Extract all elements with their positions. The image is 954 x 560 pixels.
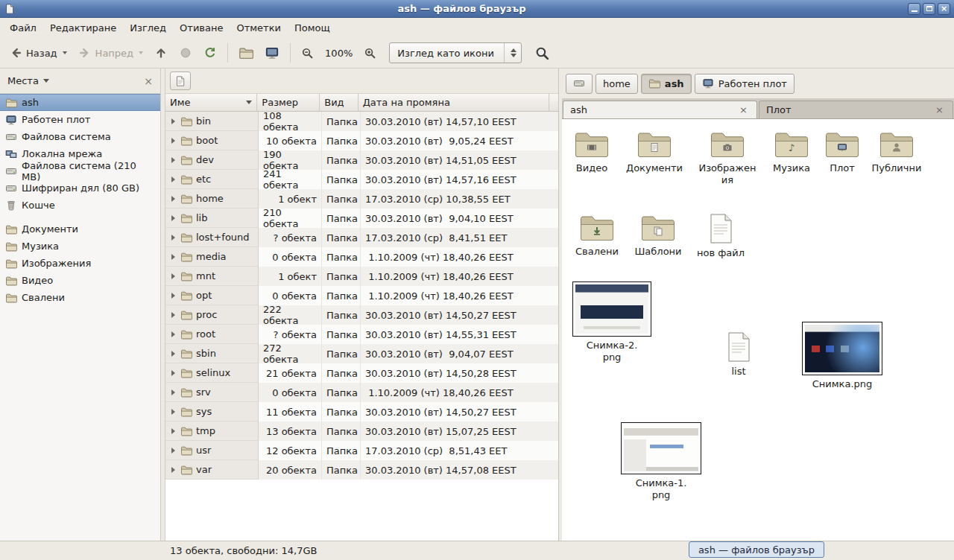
back-button[interactable]: Назад [4, 43, 72, 63]
icon-view-item[interactable]: Видео [562, 130, 622, 174]
sidebar-item[interactable]: Кошче [0, 197, 160, 214]
expander-icon[interactable] [171, 331, 175, 337]
column-header[interactable]: Име [165, 94, 257, 112]
menu-item[interactable]: Изглед [123, 19, 173, 36]
table-row[interactable]: proc222 обектаПапка30.03.2010 (вт) 14,50… [165, 305, 558, 325]
path-button[interactable] [566, 74, 593, 94]
minimize-button[interactable] [908, 3, 920, 15]
table-row[interactable]: root? обектаПапка30.03.2010 (вт) 14,55,3… [165, 325, 558, 344]
expander-icon[interactable] [171, 293, 175, 299]
table-row[interactable]: mnt1 обектПапка 1.10.2009 (чт) 18,40,26 … [165, 267, 558, 286]
close-button[interactable]: × [938, 3, 950, 15]
sidebar-item[interactable]: Видео [0, 272, 160, 289]
expander-icon[interactable] [171, 351, 175, 357]
table-row[interactable]: lost+found? обектаПапка17.03.2010 (ср) 8… [165, 228, 558, 247]
table-row[interactable]: sbin272 обектаПапка30.03.2010 (вт) 9,04,… [165, 344, 558, 363]
icon-view-item[interactable]: Шаблони [628, 213, 688, 258]
path-button[interactable]: home [596, 74, 638, 94]
home-button[interactable] [234, 42, 258, 63]
expander-icon[interactable] [171, 176, 175, 182]
table-row[interactable]: home1 обектПапка17.03.2010 (ср) 10,38,55… [165, 189, 558, 209]
icon-view-item[interactable]: list [715, 331, 762, 378]
icon-view-item[interactable]: Снимка-1. png [622, 422, 700, 500]
icon-view-item[interactable]: Публични [868, 130, 925, 174]
table-row[interactable]: etc241 обектаПапка30.03.2010 (вт) 14,57,… [165, 170, 558, 189]
forward-button[interactable]: Напред [74, 43, 148, 63]
expander-icon[interactable] [171, 389, 175, 395]
sidebar-item[interactable]: Файлова система (210 MB) [0, 162, 160, 179]
expander-icon[interactable] [171, 138, 175, 144]
expander-icon[interactable] [171, 235, 175, 241]
sidebar-dropdown-icon[interactable] [43, 79, 49, 83]
icon-view-item[interactable]: Плот [818, 130, 866, 174]
table-row[interactable]: usr12 обектаПапка17.03.2010 (ср) 8,51,43… [165, 441, 558, 460]
icon-view-item[interactable]: Снимка-2. png [573, 281, 651, 363]
menu-item[interactable]: Помощ [288, 19, 337, 36]
expander-icon[interactable] [171, 448, 175, 454]
path-button[interactable]: ash [641, 74, 692, 94]
expander-icon[interactable] [171, 157, 175, 163]
tab-close-icon[interactable]: × [933, 105, 946, 115]
sidebar-item[interactable]: Музика [0, 238, 160, 255]
computer-button[interactable] [260, 42, 284, 63]
table-row[interactable]: media0 обектаПапка 1.10.2009 (чт) 18,40,… [165, 247, 558, 267]
expander-icon[interactable] [171, 215, 175, 221]
sidebar-item[interactable]: Работен плот [0, 111, 160, 128]
expander-icon[interactable] [171, 273, 175, 279]
icon-view-item[interactable]: Документи [623, 130, 686, 174]
sidebar-close-icon[interactable]: × [144, 76, 153, 86]
column-header[interactable]: Вид [320, 94, 358, 112]
tab[interactable]: Плот× [759, 101, 953, 118]
expander-icon[interactable] [171, 312, 175, 318]
toggle-location-button[interactable] [170, 71, 191, 90]
menu-item[interactable]: Отиване [173, 19, 230, 36]
path-button[interactable]: Работен плот [695, 74, 795, 94]
menu-item[interactable]: Редактиране [43, 19, 123, 36]
pane-splitter[interactable] [160, 69, 165, 541]
expander-icon[interactable] [171, 254, 175, 260]
icon-view-item[interactable]: Снимка.png [803, 322, 882, 390]
icon-view-item[interactable]: ♪Музика [763, 130, 820, 174]
table-row[interactable]: dev190 обектаПапка30.03.2010 (вт) 14,51,… [165, 150, 558, 170]
expander-icon[interactable] [171, 409, 175, 415]
icon-view-item[interactable]: Свалени [567, 213, 627, 258]
table-row[interactable]: sys11 обектаПапка30.03.2010 (вт) 14,50,2… [165, 402, 558, 421]
sidebar-item[interactable]: Файлова система [0, 128, 160, 145]
expander-icon[interactable] [171, 467, 175, 473]
table-row[interactable]: bin108 обектаПапка30.03.2010 (вт) 14,57,… [165, 112, 558, 131]
search-button[interactable] [530, 42, 555, 64]
sidebar-item[interactable]: Документи [0, 220, 160, 238]
icon-view[interactable]: ВидеоДокументиИзображен ия♪МузикаПлотПуб… [562, 119, 954, 541]
sidebar-item[interactable]: Шифриран дял (80 GB) [0, 179, 160, 197]
view-mode-select[interactable]: Изглед като икони [389, 42, 522, 63]
sidebar-title[interactable]: Места [7, 75, 39, 86]
tasklist-window-button[interactable]: ash — файлов браузър [689, 541, 824, 558]
table-row[interactable]: opt0 обектаПапка 1.10.2009 (чт) 18,40,26… [165, 286, 558, 305]
icon-view-item[interactable]: нов файл [692, 213, 749, 259]
table-row[interactable]: selinux21 обектаПапка30.03.2010 (вт) 14,… [165, 363, 558, 383]
expander-icon[interactable] [171, 370, 175, 376]
expander-icon[interactable] [171, 196, 175, 202]
sidebar-item[interactable]: ash [0, 94, 160, 111]
expander-icon[interactable] [171, 428, 175, 434]
titlebar[interactable]: ash — файлов браузър × [0, 0, 954, 18]
menu-item[interactable]: Файл [3, 19, 43, 36]
column-header[interactable]: Дата на промяна [358, 94, 549, 112]
table-row[interactable]: lib210 обектаПапка30.03.2010 (вт) 9,04,1… [165, 209, 558, 228]
table-row[interactable]: var20 обектаПапка30.03.2010 (вт) 14,57,0… [165, 460, 558, 480]
expander-icon[interactable] [171, 118, 175, 124]
table-row[interactable]: boot10 обектаПапка30.03.2010 (вт) 9,05,2… [165, 131, 558, 150]
up-button[interactable] [150, 43, 172, 63]
stop-button[interactable] [174, 43, 197, 63]
maximize-button[interactable] [923, 3, 935, 15]
tab-close-icon[interactable]: × [737, 105, 750, 115]
sidebar-item[interactable]: Изображения [0, 255, 160, 272]
icon-view-item[interactable]: Изображен ия [695, 130, 760, 185]
sidebar-item[interactable]: Свалени [0, 289, 160, 306]
zoom-in-button[interactable] [359, 44, 381, 63]
table-row[interactable]: tmp13 обектаПапка30.03.2010 (вт) 15,07,2… [165, 421, 558, 441]
menu-item[interactable]: Отметки [230, 19, 287, 36]
zoom-out-button[interactable] [297, 44, 318, 63]
table-row[interactable]: srv0 обектаПапка 1.10.2009 (чт) 18,40,26… [165, 383, 558, 402]
column-header[interactable]: Размер [257, 94, 320, 112]
